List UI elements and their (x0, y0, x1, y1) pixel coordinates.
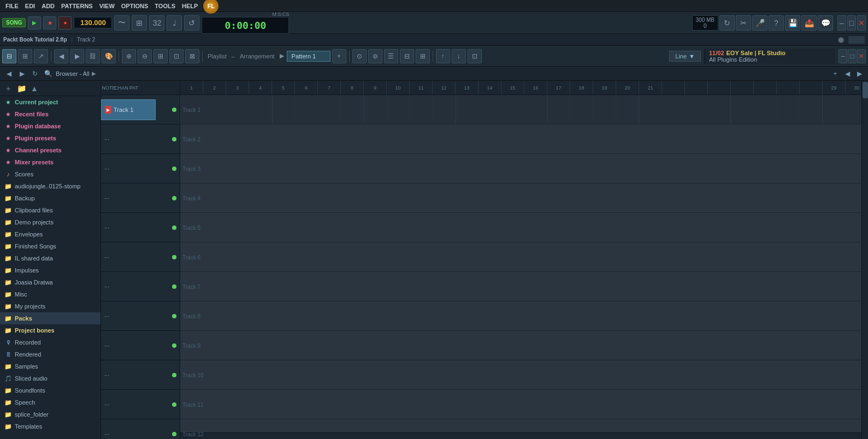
grid-row-5[interactable]: Track 5 (180, 213, 868, 242)
sidebar-up-btn[interactable]: ▲ (28, 82, 40, 94)
track-3-dot[interactable] (172, 167, 176, 171)
color-btn[interactable]: 🎨 (102, 49, 116, 63)
grid-cell-1-22[interactable] (662, 95, 684, 124)
grid-cell-1-14[interactable] (479, 95, 501, 124)
grid-cell-1-21[interactable] (639, 95, 662, 124)
mic-icon[interactable]: 🎤 (752, 15, 767, 31)
sidebar-add-btn[interactable]: + (2, 82, 14, 94)
track-1-pattern-block[interactable]: ▶ Track 1 (101, 99, 156, 120)
playlist-min-btn[interactable]: – (839, 49, 847, 63)
stop-button[interactable]: ■ (43, 16, 56, 29)
sidebar-folder-btn[interactable]: 📁 (15, 82, 27, 94)
track-12-dot[interactable] (172, 432, 176, 436)
grid-cell-1-24[interactable] (707, 95, 730, 124)
zoom-out-btn[interactable]: ⊖ (138, 49, 152, 63)
bpm-display[interactable]: 130.000 (74, 17, 112, 28)
pattern-icon[interactable]: ⊞ (132, 15, 147, 31)
sidebar-item-envelopes[interactable]: 📁 Envelopes (0, 228, 101, 240)
pat-btn[interactable]: PAT (128, 82, 139, 93)
grid-row-4-cells[interactable] (180, 183, 868, 212)
render-icon[interactable]: 📤 (801, 15, 817, 31)
grid-row-7[interactable]: Track 7 (180, 272, 868, 301)
sidebar-item-il-shared[interactable]: 📁 IL shared data (0, 252, 101, 264)
scissors-icon[interactable]: ✂ (736, 15, 751, 31)
grid-cell-1-20[interactable] (616, 95, 639, 124)
track-2-dot[interactable] (172, 137, 176, 141)
sidebar-item-plugin-database[interactable]: ★ Plugin database (0, 120, 101, 132)
menu-file[interactable]: FILE (2, 2, 22, 10)
browser-add-btn[interactable]: + (830, 68, 841, 79)
group-btn[interactable]: ⊞ (416, 49, 430, 63)
grid-cell-1-28[interactable] (799, 95, 822, 124)
audio-clip-btn[interactable]: ↗ (34, 49, 48, 63)
sidebar-item-speech[interactable]: 📁 Speech (0, 396, 101, 408)
grid-row-11-cells[interactable] (180, 390, 868, 419)
sidebar-item-demo-projects[interactable]: 📁 Demo projects (0, 216, 101, 228)
sidebar-item-audiojungle[interactable]: 📁 audiojungle..0125-stomp (0, 180, 101, 192)
sidebar-item-sliced-audio[interactable]: 🎵 Sliced audio (0, 372, 101, 384)
grid-cell-1-23[interactable] (684, 95, 707, 124)
piano-roll-btn[interactable]: ⊟ (2, 49, 16, 63)
maximize-icon[interactable]: □ (847, 15, 856, 31)
vertical-scrollbar[interactable] (861, 81, 868, 439)
grid-cell-1-26[interactable] (753, 95, 776, 124)
track-props-btn[interactable]: ☰ (384, 49, 398, 63)
grid-row-2[interactable]: Track 2 (180, 124, 868, 154)
sidebar-item-mixer-presets[interactable]: ★ Mixer presets (0, 156, 101, 168)
grid-cell-1-17[interactable] (547, 95, 570, 124)
sidebar-item-packs[interactable]: 📁 Packs (0, 312, 101, 324)
wave-icon[interactable]: 〜 (114, 15, 129, 31)
sidebar-item-templates[interactable]: 📁 Templates (0, 420, 101, 432)
zoom-in-btn[interactable]: ⊕ (122, 49, 136, 63)
grid-cell-1-11[interactable] (410, 95, 433, 124)
sidebar-item-plugin-presets[interactable]: ★ Plugin presets (0, 132, 101, 144)
mute-btn[interactable]: ⊙ (352, 49, 367, 63)
refresh-icon[interactable]: ↻ (719, 15, 735, 31)
grid-row-5-cells[interactable] (180, 213, 868, 242)
menu-add[interactable]: ADD (38, 2, 58, 10)
play-button[interactable]: ▶ (28, 16, 41, 29)
scroll-thumb[interactable] (863, 82, 868, 98)
playlist-max-btn[interactable]: □ (848, 49, 857, 63)
sidebar-item-finished-songs[interactable]: 📁 Finished Songs (0, 240, 101, 252)
grid-row-3-cells[interactable] (180, 154, 868, 183)
metronome-icon[interactable]: ♩ (167, 15, 182, 31)
track-11-dot[interactable] (172, 402, 176, 407)
beats-icon[interactable]: 32 (149, 15, 164, 31)
browser-refresh-btn[interactable]: ↻ (29, 68, 40, 79)
grid-cell-1-1[interactable] (180, 95, 203, 124)
sidebar-item-rendered[interactable]: 🎚 Rendered (0, 348, 101, 360)
grid-row-11[interactable]: Track 11 (180, 390, 868, 419)
browser-arrow-right-btn[interactable]: ▶ (854, 68, 865, 79)
sidebar-item-scores[interactable]: ♪ Scores (0, 168, 101, 180)
grid-row-2-cells[interactable] (180, 124, 868, 153)
grid-row-6-cells[interactable] (180, 242, 868, 271)
sidebar-item-recent-files[interactable]: ★ Recent files (0, 108, 101, 120)
solo-btn[interactable]: ⊚ (368, 49, 382, 63)
grid-cell-1-5[interactable] (272, 95, 295, 124)
grid-cell-1-25[interactable] (730, 95, 753, 124)
grid-cell-1-29[interactable] (822, 95, 845, 124)
browser-back-btn[interactable]: ◀ (3, 68, 14, 79)
collapse-btn[interactable]: ⊟ (400, 49, 414, 63)
grid-cell-1-12[interactable] (433, 95, 456, 124)
grid-cell-1-16[interactable] (524, 95, 547, 124)
sidebar-item-current-project[interactable]: ★ Current project (0, 96, 101, 108)
grid-cell-1-8[interactable] (341, 95, 364, 124)
note-btn[interactable]: NOTE (103, 82, 114, 93)
grid-row-1[interactable]: Track 1 (180, 95, 868, 124)
save-icon[interactable]: 💾 (785, 15, 800, 31)
sidebar-item-misc[interactable]: 📁 Misc (0, 288, 101, 300)
grid-cell-1-27[interactable] (776, 95, 799, 124)
prev-pattern-btn[interactable]: ◀ (54, 49, 68, 63)
grid-cell-1-3[interactable] (226, 95, 249, 124)
link-btn[interactable]: ⛓ (86, 49, 100, 63)
export-btn[interactable]: ↑ (436, 49, 450, 63)
grid-row-7-cells[interactable] (180, 272, 868, 301)
step-seq-btn[interactable]: ⊞ (18, 49, 32, 63)
grid-row-10-cells[interactable] (180, 360, 868, 389)
loop-icon[interactable]: ↺ (184, 15, 199, 31)
browser-arrow-left-btn[interactable]: ◀ (842, 68, 853, 79)
question-icon[interactable]: ? (769, 15, 784, 31)
grid-cell-1-6[interactable] (295, 95, 318, 124)
